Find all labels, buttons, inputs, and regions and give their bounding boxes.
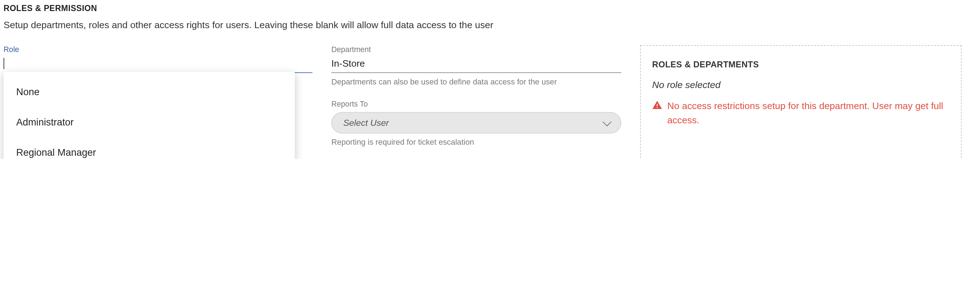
svg-rect-1 <box>657 107 657 108</box>
role-option-regional-manager[interactable]: Regional Manager <box>3 137 295 159</box>
section-description: Setup departments, roles and other acces… <box>3 19 980 30</box>
reports-to-label: Reports To <box>331 99 621 108</box>
role-input[interactable] <box>3 55 312 73</box>
role-label: Role <box>3 45 312 54</box>
summary-warning: No access restrictions setup for this de… <box>652 99 950 127</box>
chevron-down-icon <box>603 117 611 126</box>
summary-title: ROLES & DEPARTMENTS <box>652 60 950 69</box>
summary-warning-text: No access restrictions setup for this de… <box>667 99 950 127</box>
summary-no-role: No role selected <box>652 79 950 90</box>
reports-to-select[interactable]: Select User <box>331 112 621 133</box>
reports-to-hint: Reporting is required for ticket escalat… <box>331 137 621 148</box>
department-input[interactable] <box>331 55 621 73</box>
role-option-none[interactable]: None <box>3 77 295 107</box>
department-label: Department <box>331 45 621 54</box>
role-dropdown: None Administrator Regional Manager Stor… <box>3 72 295 159</box>
summary-panel: ROLES & DEPARTMENTS No role selected No … <box>640 45 962 159</box>
view-data-access-summary-link[interactable]: VIEW DATA ACCESS SUMMARY <box>665 158 950 159</box>
text-caret <box>3 58 4 69</box>
section-title: ROLES & PERMISSION <box>3 3 980 13</box>
svg-rect-0 <box>657 104 657 106</box>
role-option-administrator[interactable]: Administrator <box>3 107 295 137</box>
reports-to-placeholder: Select User <box>343 117 389 127</box>
warning-icon <box>652 100 662 110</box>
department-hint: Departments can also be used to define d… <box>331 77 621 88</box>
